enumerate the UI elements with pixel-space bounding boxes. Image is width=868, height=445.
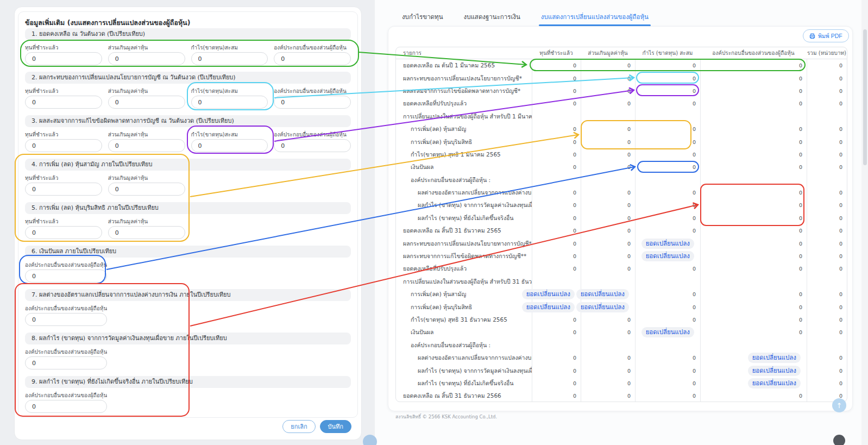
table-cell: [807, 339, 847, 352]
section-fields: ทุนที่ชำระแล้วส่วนเกินมูลค่าหุ้นกำไร(ขาด…: [25, 87, 351, 109]
table-cell: 0: [581, 377, 635, 390]
amount-input[interactable]: [25, 313, 107, 326]
row-label: ผลกระทบของการเปลี่ยนแปลงนโยบายทางการบัญช…: [403, 239, 532, 248]
form-sections: 1. ยอดคงเหลือ ณ วันต้นงวด (ปีเปรียบเทียบ…: [25, 28, 351, 413]
row-label: เงินปันผล: [403, 328, 433, 337]
amount-input[interactable]: [108, 96, 185, 109]
table-cell: 0: [581, 72, 635, 84]
table-cell: 0: [635, 85, 700, 97]
table-cell: 0: [581, 364, 635, 377]
table-cell: 0: [635, 224, 700, 237]
row-label: การเพิ่ม(ลด) หุ้นบุริมสิทธิ: [403, 303, 472, 312]
field-label: องค์ประกอบอื่นของส่วนของผู้ถือหุ้น: [25, 391, 107, 398]
form-section-5: 5. การเพิ่ม (ลด) หุ้นบุริมสิทธิ ภายในปีเ…: [25, 202, 351, 239]
table-cell: 0: [532, 72, 581, 84]
form-section-9: 9. ผลกำไร (ขาดทุน) ที่ยังไม่เกิดขึ้นจริง…: [25, 376, 351, 413]
save-button[interactable]: บันทึก: [320, 420, 351, 433]
table-row: ผลกระทบของการเปลี่ยนแปลงนโยบายทางการบัญช…: [396, 237, 847, 249]
table-cell: 0: [807, 300, 847, 313]
amount-input[interactable]: [25, 52, 102, 65]
table-cell: 0: [700, 288, 807, 300]
amount-input[interactable]: [25, 139, 102, 152]
tab-statement-2[interactable]: งบแสดงการเปลี่ยนแปลงส่วนของผู้ถือหุ้น: [541, 12, 649, 26]
section-fields: ทุนที่ชำระแล้วส่วนเกินมูลค่าหุ้นกำไร(ขาด…: [25, 43, 351, 65]
table-cell: 0: [635, 123, 700, 135]
table-cell: 0: [532, 390, 581, 402]
scrollbar-thumb[interactable]: [863, 29, 867, 165]
row-label: ผลกระทบจากการแก้ไขข้อผิดพลาดทางการบัญชี*…: [403, 252, 526, 261]
form-field: องค์ประกอบอื่นของส่วนของผู้ถือหุ้น: [25, 304, 107, 326]
amount-input[interactable]: [274, 52, 351, 65]
table-cell: 0: [532, 326, 581, 339]
table-cell: 0: [700, 224, 807, 237]
change-amount-badge: ยอดเปลี่ยนแปลง: [522, 289, 575, 299]
print-pdf-button[interactable]: พิมพ์ PDF: [803, 29, 849, 42]
amount-input[interactable]: [108, 183, 185, 196]
table-cell: 0: [532, 186, 581, 199]
tab-statement-1[interactable]: งบแสดงฐานะการเงิน: [464, 12, 520, 26]
table-cell: [807, 110, 847, 123]
row-label-cell: การเพิ่ม(ลด) หุ้นบุริมสิทธิ: [396, 135, 532, 148]
amount-input[interactable]: [108, 139, 185, 152]
table-row: เงินปันผล00ยอดเปลี่ยนแปลง00: [396, 326, 847, 339]
table-row: ยอดคงเหลือที่ปรับปรุงแล้ว00000: [396, 97, 847, 110]
table-cell: 0: [700, 237, 807, 249]
scroll-to-top-button[interactable]: ↑: [832, 398, 846, 412]
row-label: การเพิ่ม(ลด) หุ้นบุริมสิทธิ: [403, 137, 472, 147]
page-scrollbar[interactable]: [861, 0, 868, 445]
row-label: การเพิ่ม(ลด) หุ้นสามัญ: [403, 290, 466, 299]
row-label-cell: ผลกระทบของการเปลี่ยนแปลงนโยบายทางการบัญช…: [396, 237, 532, 249]
cancel-button[interactable]: ยกเลิก: [282, 420, 315, 433]
table-cell: 0: [635, 377, 700, 390]
table-cell: 0: [532, 97, 581, 110]
amount-input[interactable]: [274, 96, 351, 109]
section-fields: ทุนที่ชำระแล้วส่วนเกินมูลค่าหุ้น: [25, 217, 351, 239]
tab-statement-0[interactable]: งบกำไรขาดทุน: [402, 12, 443, 26]
amount-input[interactable]: [191, 52, 268, 65]
form-field: ส่วนเกินมูลค่าหุ้น: [108, 43, 185, 65]
row-label-cell: กำไร(ขาดทุน) สุทธิ 31 ธันวาคม 2565: [396, 314, 532, 326]
amount-input[interactable]: [25, 356, 107, 369]
amount-input[interactable]: [191, 139, 268, 152]
amount-input[interactable]: [25, 96, 102, 109]
floating-widget-left[interactable]: [363, 435, 377, 445]
amount-input[interactable]: [274, 139, 351, 152]
amount-input[interactable]: [25, 226, 102, 239]
amount-input[interactable]: [25, 400, 107, 413]
table-cell: 0: [635, 352, 700, 364]
table-row: ผลต่างของอัตราแลกเปลี่ยนจากการแปลงค่างบก…: [396, 352, 847, 364]
floating-widget-right[interactable]: [833, 435, 845, 445]
row-label-cell: เงินปันผล: [396, 326, 532, 339]
table-cell: 0: [635, 148, 700, 161]
table-cell: ยอดเปลี่ยนแปลง: [532, 300, 581, 313]
table-row: ผลกระทบจากการแก้ไขข้อผิดพลาดทางการบัญชี*…: [396, 250, 847, 262]
amount-input[interactable]: [108, 52, 185, 65]
amount-input[interactable]: [25, 269, 107, 283]
section-header: 1. ยอดคงเหลือ ณ วันต้นงวด (ปีเปรียบเทียบ…: [25, 28, 351, 40]
table-cell: 0: [532, 59, 581, 72]
row-label: ยอดคงเหลือที่ปรับปรุงแล้ว: [403, 99, 467, 108]
amount-input[interactable]: [25, 183, 102, 196]
row-label: ยอดคงเหลือ ณ สิ้นปี 31 ธันวาคม 2565: [403, 226, 501, 235]
table-row: การเพิ่ม(ลด) หุ้นบุริมสิทธิยอดเปลี่ยนแปล…: [396, 300, 847, 313]
change-amount-badge: ยอดเปลี่ยนแปลง: [748, 353, 801, 363]
form-field: องค์ประกอบอื่นของส่วนผู้ถือหุ้น: [274, 87, 351, 109]
form-field: ทุนที่ชำระแล้ว: [25, 87, 102, 109]
table-cell: 0: [807, 59, 847, 72]
form-field: ทุนที่ชำระแล้ว: [25, 217, 102, 239]
print-pdf-label: พิมพ์ PDF: [818, 32, 842, 41]
row-label: การเปลี่ยนแปลงในส่วนของผู้ถือหุ้น สำหรับ…: [403, 277, 532, 286]
amount-input[interactable]: [191, 96, 268, 109]
section-header: 6. เงินปันผล ภายในปีเปรียบเทียบ: [25, 246, 351, 258]
form-field: ทุนที่ชำระแล้ว: [25, 174, 102, 196]
table-cell: 0: [700, 250, 807, 262]
table-cell: [700, 275, 807, 288]
table-cell: 0: [807, 352, 847, 364]
table-cell: ยอดเปลี่ยนแปลง: [532, 288, 581, 300]
table-cell: 0: [700, 135, 807, 148]
table-cell: 0: [807, 186, 847, 199]
copyright-footer: สงวนลิขสิทธิ์ © 2566 KSK Accounting Co.,…: [395, 413, 497, 421]
table-cell: 0: [807, 212, 847, 224]
amount-input[interactable]: [108, 226, 185, 239]
table-cell: 0: [581, 314, 635, 326]
